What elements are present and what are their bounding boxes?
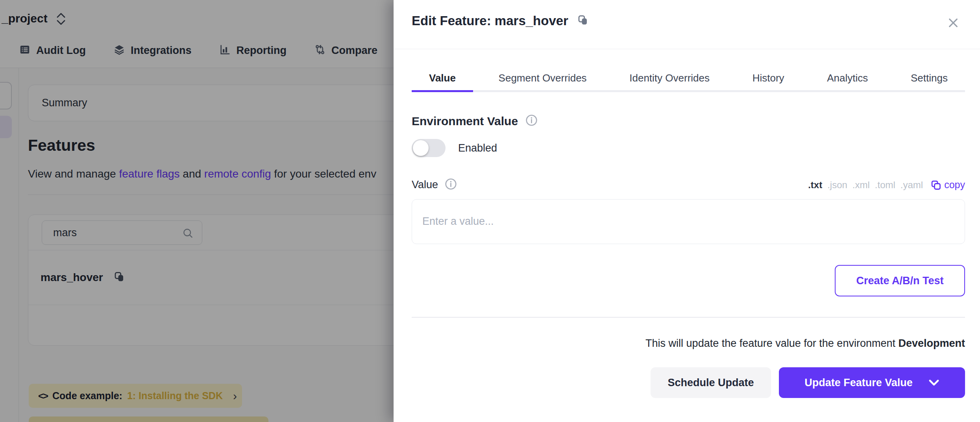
file-type-toml[interactable]: .toml xyxy=(875,180,895,191)
environment-value-title: Environment Value xyxy=(412,115,518,128)
modal-header: Edit Feature: mars_hover xyxy=(394,0,980,49)
tab-settings[interactable]: Settings xyxy=(893,72,965,90)
enabled-toggle[interactable] xyxy=(412,139,446,157)
copy-label: copy xyxy=(944,179,965,191)
info-icon[interactable] xyxy=(444,178,457,192)
file-type-yaml[interactable]: .yaml xyxy=(900,180,923,191)
modal-title: Edit Feature: mars_hover xyxy=(412,13,568,28)
enabled-label: Enabled xyxy=(458,142,497,154)
chevron-down-icon xyxy=(928,379,939,387)
tab-history[interactable]: History xyxy=(735,72,802,90)
info-icon[interactable] xyxy=(525,114,538,128)
file-type-json[interactable]: .json xyxy=(827,180,847,191)
feature-value-input[interactable] xyxy=(412,199,965,244)
file-type-txt[interactable]: .txt xyxy=(808,180,822,191)
value-label: Value xyxy=(412,179,438,191)
environment-note: This will update the feature value for t… xyxy=(412,337,965,350)
copy-feature-name-icon[interactable] xyxy=(577,14,589,28)
file-type-switcher: .txt .json .xml .toml .yaml copy xyxy=(808,179,965,191)
modal-tabs: Value Segment Overrides Identity Overrid… xyxy=(412,72,965,92)
update-feature-value-button[interactable]: Update Feature Value xyxy=(779,367,965,398)
note-text: This will update the feature value for t… xyxy=(645,337,898,349)
modal-footer-divider xyxy=(412,317,965,318)
copy-icon xyxy=(930,180,941,191)
file-type-xml[interactable]: .xml xyxy=(852,180,870,191)
tab-segment-overrides[interactable]: Segment Overrides xyxy=(481,72,604,90)
toggle-knob xyxy=(413,140,429,156)
close-icon[interactable] xyxy=(947,17,960,31)
create-abn-test-button[interactable]: Create A/B/n Test xyxy=(835,265,965,296)
copy-value-button[interactable]: copy xyxy=(930,179,965,191)
tab-analytics[interactable]: Analytics xyxy=(810,72,885,90)
modal-content: Value Segment Overrides Identity Overrid… xyxy=(394,72,980,398)
app-screen: _project Audit Log xyxy=(0,0,980,422)
environment-name: Development xyxy=(898,337,965,349)
update-button-label: Update Feature Value xyxy=(804,377,913,389)
edit-feature-modal: Edit Feature: mars_hover Value Segment O… xyxy=(394,0,980,422)
tab-value[interactable]: Value xyxy=(412,72,473,92)
tab-identity-overrides[interactable]: Identity Overrides xyxy=(612,72,727,90)
schedule-update-button[interactable]: Schedule Update xyxy=(651,367,771,398)
